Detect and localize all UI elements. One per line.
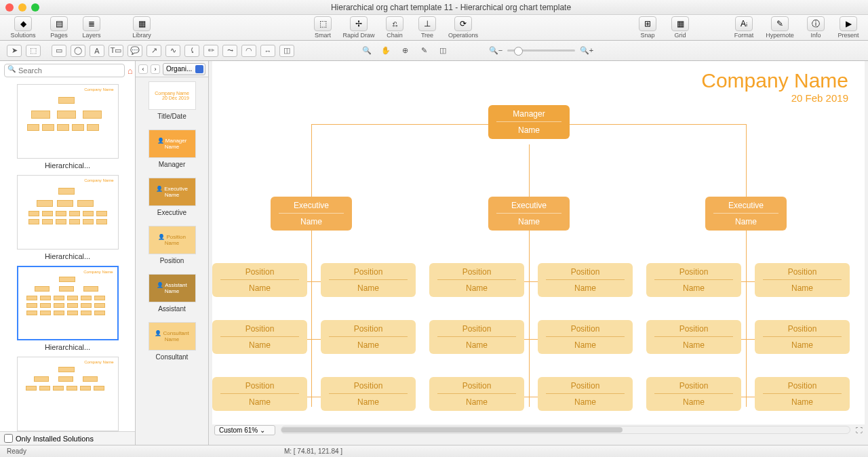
tree-button[interactable]: ⊥Tree bbox=[412, 16, 443, 39]
position-node[interactable]: PositionName bbox=[212, 263, 307, 297]
template-thumb-3[interactable]: Company Name Hierarchical... bbox=[4, 266, 131, 351]
canvas-area: Company Name 20 Feb 2019 ManagerNam bbox=[209, 61, 868, 445]
rapid-draw-button[interactable]: ✢Rapid Draw bbox=[340, 16, 378, 39]
template-thumb-2[interactable]: Company Name Hierarchical... bbox=[4, 175, 131, 260]
solutions-button[interactable]: ◆Solutions bbox=[4, 16, 42, 39]
zoom-out-icon[interactable]: 🔍− bbox=[488, 45, 503, 57]
curve-tool[interactable]: ⤹ bbox=[184, 45, 199, 57]
zoom-tool-icon[interactable]: 🔍 bbox=[359, 45, 374, 57]
shape-title-date[interactable]: Company Name20 Dec 2019 Title/Date bbox=[138, 81, 205, 120]
minimize-icon[interactable] bbox=[18, 3, 26, 12]
secondary-toolbar: ➤ ⬚ ▭ ◯ A T▭ 💬 ↗ ∿ ⤹ ✏ ⤳ ◠ ↔ ◫ 🔍 ✋ ⊕ ✎ ◫… bbox=[0, 41, 868, 61]
close-icon[interactable] bbox=[5, 3, 14, 12]
search-input[interactable] bbox=[4, 64, 125, 77]
ellipse-tool[interactable]: ◯ bbox=[71, 45, 85, 57]
pointer-tool[interactable]: ➤ bbox=[7, 45, 22, 57]
textbox-tool[interactable]: T▭ bbox=[108, 45, 123, 57]
pan-tool-icon[interactable]: ✋ bbox=[378, 45, 393, 57]
shape-assistant[interactable]: 👤 AssistantName Assistant bbox=[138, 274, 205, 313]
dimension-tool[interactable]: ↔ bbox=[260, 45, 275, 57]
eraser-icon[interactable]: ◫ bbox=[435, 45, 450, 57]
smart-button[interactable]: ⬚Smart bbox=[307, 16, 338, 39]
shape-executive[interactable]: 👤 ExecutiveName Executive bbox=[138, 178, 205, 216]
fit-icon[interactable]: ⛶ bbox=[856, 426, 863, 434]
callout-tool[interactable]: 💬 bbox=[127, 45, 142, 57]
line-tool[interactable]: ↗ bbox=[146, 45, 161, 57]
zoom-select[interactable]: Custom 61% ⌄ bbox=[214, 425, 275, 435]
position-node[interactable]: PositionName bbox=[646, 320, 741, 354]
position-node[interactable]: PositionName bbox=[212, 320, 307, 354]
templates-panel: ⌂ Company Name Hierarchical... Company N… bbox=[0, 61, 136, 445]
lib-back-button[interactable]: ‹ bbox=[138, 64, 148, 74]
h-scrollbar[interactable] bbox=[281, 426, 850, 434]
eyedropper-icon[interactable]: ✎ bbox=[416, 45, 431, 57]
statusbar: Ready M: [ 74.81, 121.84 ] bbox=[0, 445, 868, 457]
position-node[interactable]: PositionName bbox=[755, 377, 850, 411]
rect-tool[interactable]: ▭ bbox=[52, 45, 66, 57]
freehand-tool[interactable]: ∿ bbox=[165, 45, 180, 57]
template-thumb-4[interactable]: Company Name Hierarchical... bbox=[4, 357, 131, 431]
template-list: Company Name Hierarchical... Company Nam… bbox=[0, 80, 135, 431]
shapes-panel: ‹ › Organi... Company Name20 Dec 2019 Ti… bbox=[136, 61, 209, 445]
format-button[interactable]: AᵢFormat bbox=[728, 16, 760, 39]
executive-node[interactable]: ExecutiveName bbox=[705, 197, 787, 231]
position-node[interactable]: PositionName bbox=[646, 377, 741, 411]
connector bbox=[529, 231, 530, 407]
stamp-tool-icon[interactable]: ⊕ bbox=[397, 45, 412, 57]
executive-node[interactable]: ExecutiveName bbox=[271, 197, 352, 231]
position-node[interactable]: PositionName bbox=[755, 263, 850, 297]
zoom-slider[interactable] bbox=[507, 49, 575, 52]
position-node[interactable]: PositionName bbox=[321, 263, 416, 297]
canvas[interactable]: Company Name 20 Feb 2019 ManagerNam bbox=[212, 61, 865, 424]
shape-tool[interactable]: ◫ bbox=[279, 45, 294, 57]
library-button[interactable]: ▦Library bbox=[126, 16, 157, 39]
brush-tool[interactable]: ✏ bbox=[203, 45, 218, 57]
position-node[interactable]: PositionName bbox=[755, 320, 850, 354]
marquee-tool[interactable]: ⬚ bbox=[26, 45, 41, 57]
lib-selector[interactable]: Organi... bbox=[163, 63, 205, 75]
executive-node[interactable]: ExecutiveName bbox=[488, 197, 570, 231]
template-thumb-1[interactable]: Company Name Hierarchical... bbox=[4, 84, 131, 170]
connector-tool[interactable]: ⤳ bbox=[222, 45, 237, 57]
chart-date[interactable]: 20 Feb 2019 bbox=[701, 92, 848, 104]
info-button[interactable]: ⓘInfo bbox=[800, 16, 831, 39]
position-node[interactable]: PositionName bbox=[321, 320, 416, 354]
hypernote-button[interactable]: ✎Hypernote bbox=[761, 16, 799, 39]
shape-manager[interactable]: 👤 ManagerName Manager bbox=[138, 130, 205, 168]
shape-consultant[interactable]: 👤 ConsultantName Consultant bbox=[138, 322, 205, 361]
company-name[interactable]: Company Name bbox=[701, 69, 848, 92]
titlebar: Hierarchical org chart template 11 - Hie… bbox=[0, 0, 868, 15]
layers-button[interactable]: ≣Layers bbox=[76, 16, 107, 39]
status-coord: M: [ 74.81, 121.84 ] bbox=[284, 448, 342, 455]
grid-button[interactable]: ▦Grid bbox=[665, 16, 696, 39]
position-node[interactable]: PositionName bbox=[646, 263, 741, 297]
connector bbox=[311, 231, 312, 407]
connector bbox=[746, 231, 747, 407]
home-icon[interactable]: ⌂ bbox=[127, 66, 133, 76]
arc-tool[interactable]: ◠ bbox=[241, 45, 256, 57]
only-installed-checkbox[interactable] bbox=[4, 434, 13, 443]
position-node[interactable]: PositionName bbox=[429, 377, 524, 411]
window-controls bbox=[5, 3, 39, 12]
operations-button[interactable]: ⟳Operations bbox=[444, 16, 482, 39]
only-installed-row[interactable]: Only Installed Solutions bbox=[0, 431, 135, 445]
position-node[interactable]: PositionName bbox=[321, 377, 416, 411]
shape-position[interactable]: 👤 PositionName Position bbox=[138, 226, 205, 264]
pages-button[interactable]: ▤Pages bbox=[43, 16, 75, 39]
manager-node[interactable]: ManagerName bbox=[488, 105, 570, 139]
snap-button[interactable]: ⊞Snap bbox=[632, 16, 663, 39]
zoom-icon[interactable] bbox=[31, 3, 39, 12]
position-node[interactable]: PositionName bbox=[212, 377, 307, 411]
text-tool[interactable]: A bbox=[90, 45, 104, 57]
connector bbox=[746, 124, 747, 199]
present-button[interactable]: ▶Present bbox=[833, 16, 864, 39]
position-node[interactable]: PositionName bbox=[429, 320, 524, 354]
zoom-in-icon[interactable]: 🔍+ bbox=[579, 45, 594, 57]
position-node[interactable]: PositionName bbox=[538, 377, 633, 411]
lib-fwd-button[interactable]: › bbox=[151, 64, 160, 74]
chain-button[interactable]: ⎌Chain bbox=[379, 16, 410, 39]
only-installed-label: Only Installed Solutions bbox=[16, 435, 94, 443]
position-node[interactable]: PositionName bbox=[429, 263, 524, 297]
position-node[interactable]: PositionName bbox=[538, 263, 633, 297]
position-node[interactable]: PositionName bbox=[538, 320, 633, 354]
